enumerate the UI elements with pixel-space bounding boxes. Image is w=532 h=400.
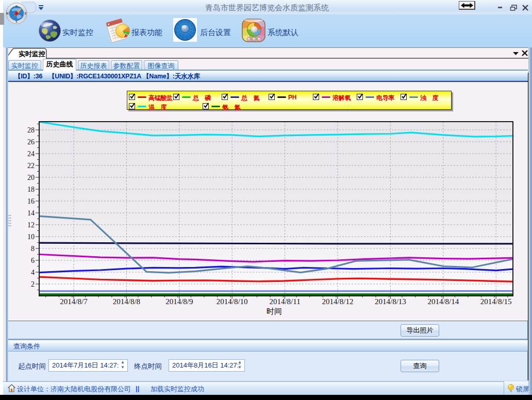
svg-text:24: 24 [27,150,35,158]
svg-text:22: 22 [27,162,35,170]
svg-text:2014/8/15: 2014/8/15 [480,297,512,306]
svg-text:8: 8 [31,245,35,253]
svg-text:10: 10 [27,233,35,241]
svg-text:2014/8/11: 2014/8/11 [269,297,300,306]
svg-text:N: N [15,5,18,8]
svg-text:6: 6 [31,257,35,264]
svg-text:W: W [6,12,9,15]
svg-text:时间: 时间 [267,307,282,315]
svg-text:14: 14 [27,209,35,217]
svg-text:20: 20 [27,174,35,181]
svg-text:2014/8/13: 2014/8/13 [375,297,406,306]
svg-text:4: 4 [31,269,35,276]
svg-text:2014/8/7: 2014/8/7 [60,297,88,306]
svg-text:2014/8/14: 2014/8/14 [427,297,459,306]
svg-text:16: 16 [27,197,35,205]
svg-text:26: 26 [27,138,35,146]
svg-text:2014/8/9: 2014/8/9 [165,297,193,306]
svg-text:28: 28 [27,126,35,134]
svg-text:12: 12 [27,221,35,229]
svg-text:2014/8/10: 2014/8/10 [217,297,248,306]
svg-text:18: 18 [27,186,35,193]
svg-text:2014/8/12: 2014/8/12 [322,297,354,306]
svg-text:2014/8/8: 2014/8/8 [113,297,140,306]
svg-text:2: 2 [31,280,35,288]
